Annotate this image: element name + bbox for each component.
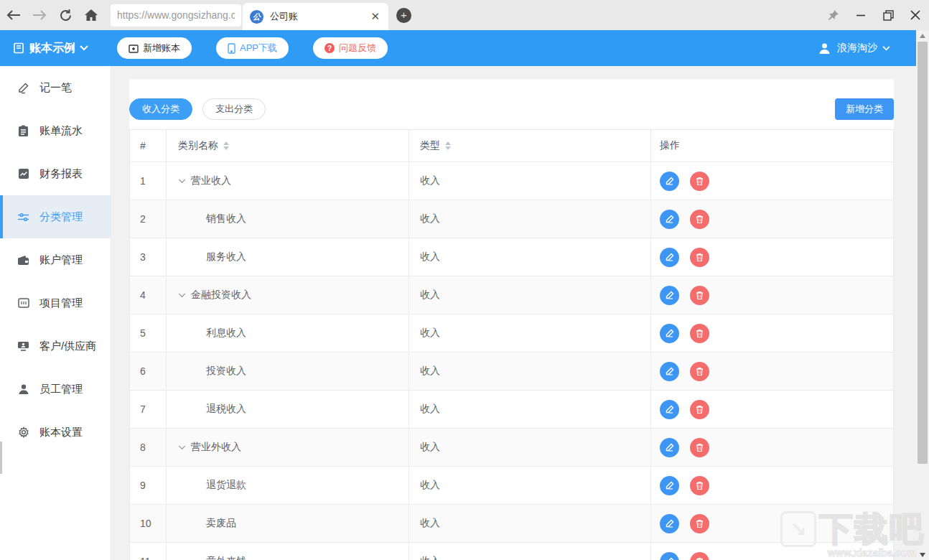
edit-button[interactable]	[660, 210, 679, 229]
sort-icon[interactable]	[445, 141, 451, 150]
sidebar-item-employees[interactable]: 员工管理	[0, 368, 111, 411]
row-name: 销售收入	[206, 213, 246, 225]
edit-button[interactable]	[660, 438, 679, 457]
sidebar-item-categories[interactable]: 分类管理	[0, 195, 111, 238]
new-ledger-button[interactable]: 新增账本	[117, 37, 192, 59]
sidebar-item-label: 账本设置	[39, 426, 83, 439]
sidebar-item-label: 账单流水	[39, 124, 83, 138]
row-name: 服务收入	[206, 251, 246, 263]
sidebar-item-label: 财务报表	[39, 167, 83, 181]
edit-button[interactable]	[660, 476, 679, 495]
customer-icon	[17, 340, 29, 353]
delete-button[interactable]	[690, 172, 709, 191]
feedback-label: 问题反馈	[339, 42, 376, 55]
pencil-icon	[666, 177, 674, 185]
url-input[interactable]	[117, 9, 235, 21]
delete-button[interactable]	[690, 324, 709, 343]
site-favicon-icon: 公	[250, 10, 263, 24]
app-header: 账本示例 新增账本 APP下载 ? 问题反馈 浪海淘沙	[0, 30, 916, 66]
sidebar-scrollbar[interactable]	[0, 442, 2, 474]
close-icon[interactable]	[902, 3, 929, 27]
sidebar-item-customers[interactable]: 客户/供应商	[0, 325, 111, 368]
wallet-icon	[17, 254, 29, 266]
edit-button[interactable]	[660, 514, 679, 533]
tab-close-icon[interactable]: ✕	[369, 10, 381, 23]
app-download-button[interactable]: APP下载	[216, 37, 289, 59]
row-type: 收入	[420, 213, 440, 225]
row-name: 退货退款	[206, 479, 246, 492]
delete-button[interactable]	[690, 210, 709, 229]
sidebar-item-label: 记一笔	[39, 81, 72, 95]
forward-icon[interactable]	[27, 3, 52, 27]
sidebar-item-projects[interactable]: 项目管理	[0, 281, 111, 325]
add-category-button[interactable]: 新增分类	[835, 98, 894, 120]
chevron-down-icon	[882, 46, 890, 51]
sidebar-item-reports[interactable]: 财务报表	[0, 152, 111, 195]
row-index: 6	[140, 365, 146, 377]
sidebar-item-label: 项目管理	[39, 297, 83, 310]
delete-button[interactable]	[690, 248, 709, 267]
feedback-button[interactable]: ? 问题反馈	[313, 37, 388, 59]
tab-expense-categories[interactable]: 支出分类	[202, 98, 266, 120]
col-type[interactable]: 类型	[409, 130, 650, 162]
minimize-icon[interactable]	[847, 3, 874, 27]
pencil-icon	[666, 443, 674, 452]
sidebar-item-label: 客户/供应商	[39, 340, 96, 353]
table-row: 1 营业收入 收入	[130, 162, 893, 200]
edit-button[interactable]	[660, 248, 679, 267]
page-scrollbar[interactable]	[916, 30, 929, 560]
tab-income-categories[interactable]: 收入分类	[129, 98, 192, 120]
delete-button[interactable]	[690, 476, 709, 495]
sidebar-item-bills[interactable]: 账单流水	[0, 109, 111, 152]
edit-button[interactable]	[660, 286, 679, 305]
delete-button[interactable]	[690, 400, 709, 419]
chevron-down-icon[interactable]	[178, 445, 186, 450]
tab-title: 公司账	[270, 10, 369, 23]
refresh-icon[interactable]	[53, 3, 78, 27]
ledger-switcher[interactable]: 账本示例	[13, 41, 88, 56]
address-bar[interactable]	[111, 4, 241, 27]
col-index: #	[130, 130, 166, 162]
trash-icon	[696, 481, 704, 490]
edit-button[interactable]	[660, 400, 679, 419]
delete-button[interactable]	[690, 514, 709, 533]
sidebar-item-record[interactable]: 记一笔	[0, 66, 111, 109]
content-card: 收入分类 支出分类 新增分类 # 类别名称 类型 操作	[129, 79, 894, 560]
sort-icon[interactable]	[223, 141, 229, 150]
sidebar-item-label: 分类管理	[39, 210, 83, 224]
table-row: 7 退税收入 收入	[130, 391, 893, 429]
new-tab-icon[interactable]: +	[396, 8, 411, 23]
delete-button[interactable]	[690, 286, 709, 305]
scroll-down-icon[interactable]	[916, 549, 929, 560]
col-name[interactable]: 类别名称	[166, 130, 409, 162]
browser-chrome: 公 公司账 ✕ +	[0, 0, 929, 30]
categories-table: # 类别名称 类型 操作 1 营业收入 收入	[129, 129, 894, 560]
scrollbar-thumb[interactable]	[918, 42, 928, 464]
edit-button[interactable]	[660, 552, 679, 560]
col-actions: 操作	[650, 130, 893, 162]
row-type: 收入	[420, 403, 440, 416]
scroll-up-icon[interactable]	[916, 30, 929, 41]
new-ledger-label: 新增账本	[143, 42, 180, 55]
chevron-down-icon[interactable]	[178, 179, 186, 184]
pin-icon[interactable]	[820, 3, 847, 27]
back-icon[interactable]	[1, 3, 26, 27]
restore-icon[interactable]	[874, 3, 902, 27]
delete-button[interactable]	[690, 362, 709, 381]
sidebar-item-settings[interactable]: 账本设置	[0, 411, 111, 454]
delete-button[interactable]	[690, 552, 709, 560]
row-name: 营业收入	[191, 174, 231, 187]
ledger-book-icon	[13, 42, 24, 54]
delete-button[interactable]	[690, 438, 709, 457]
row-index: 1	[140, 175, 146, 187]
edit-button[interactable]	[660, 362, 679, 381]
browser-tab[interactable]: 公 公司账 ✕	[243, 3, 388, 30]
home-icon[interactable]	[79, 3, 103, 27]
edit-button[interactable]	[660, 324, 679, 343]
table-row: 11 意外来钱 收入	[130, 543, 893, 560]
sidebar-item-accounts[interactable]: 账户管理	[0, 238, 111, 281]
chevron-down-icon[interactable]	[178, 293, 186, 298]
user-menu[interactable]: 浪海淘沙	[818, 42, 890, 55]
user-icon	[818, 42, 831, 55]
edit-button[interactable]	[660, 172, 679, 191]
